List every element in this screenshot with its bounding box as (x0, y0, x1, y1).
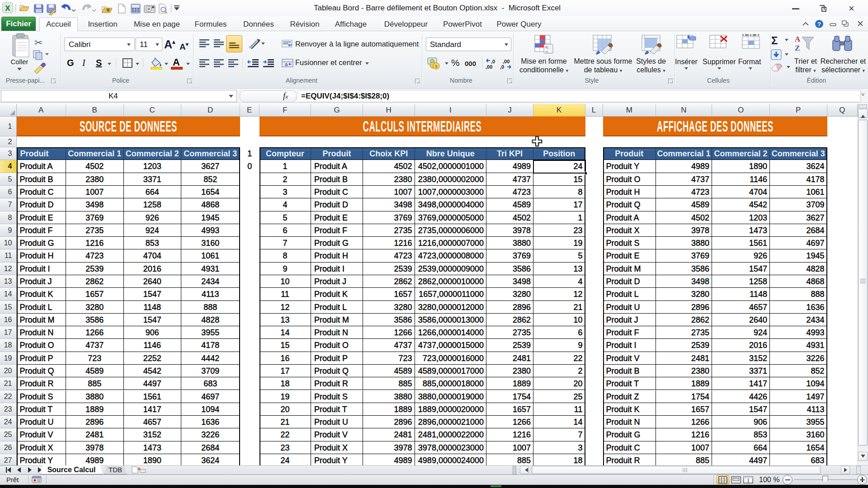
svg-text:,0: ,0 (491, 59, 495, 64)
svg-text:,00: ,00 (486, 64, 492, 70)
svg-text:✱: ✱ (106, 8, 110, 13)
svg-text:?: ? (817, 21, 821, 28)
svg-text:Z: Z (795, 44, 800, 52)
svg-text:a: a (285, 61, 288, 67)
svg-text:X: X (5, 4, 10, 13)
svg-text:,0: ,0 (500, 64, 504, 70)
svg-text:A: A (795, 35, 801, 43)
svg-text:$: $ (435, 64, 437, 69)
svg-text:✂: ✂ (34, 37, 42, 48)
